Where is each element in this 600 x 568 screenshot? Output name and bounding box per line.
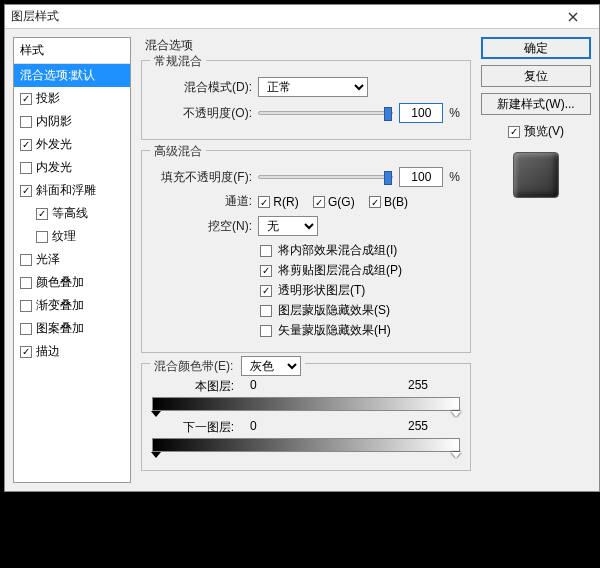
fill-opacity-slider[interactable] <box>258 175 393 179</box>
style-item-12[interactable]: 描边 <box>14 340 130 363</box>
style-item-label: 内发光 <box>36 159 72 176</box>
adv-option-0[interactable]: 将内部效果混合成组(I) <box>260 242 460 259</box>
general-blending-title: 常规混合 <box>150 53 206 70</box>
adv-option-label: 矢量蒙版隐藏效果(H) <box>278 322 391 339</box>
preview-swatch <box>513 152 559 198</box>
new-style-button[interactable]: 新建样式(W)... <box>481 93 591 115</box>
blend-mode-label: 混合模式(D): <box>152 79 252 96</box>
checkbox-icon <box>20 93 32 105</box>
style-item-7[interactable]: 纹理 <box>14 225 130 248</box>
fill-opacity-label: 填充不透明度(F): <box>152 169 252 186</box>
checkbox-icon <box>20 277 32 289</box>
window-title: 图层样式 <box>11 8 59 25</box>
style-item-label: 图案叠加 <box>36 320 84 337</box>
channel-b[interactable]: B(B) <box>369 195 408 209</box>
adv-option-1[interactable]: 将剪贴图层混合成组(P) <box>260 262 460 279</box>
style-item-6[interactable]: 等高线 <box>14 202 130 225</box>
layer-style-dialog: 图层样式 样式 混合选项:默认投影内阴影外发光内发光斜面和浮雕等高线纹理光泽颜色… <box>4 4 600 492</box>
style-item-label: 外发光 <box>36 136 72 153</box>
preview-toggle[interactable]: 预览(V) <box>481 123 591 140</box>
style-item-3[interactable]: 外发光 <box>14 133 130 156</box>
adv-option-4[interactable]: 矢量蒙版隐藏效果(H) <box>260 322 460 339</box>
channel-r[interactable]: R(R) <box>258 195 299 209</box>
checkbox-icon <box>260 245 272 257</box>
checkbox-icon <box>20 300 32 312</box>
checkbox-icon <box>258 196 270 208</box>
channel-g[interactable]: G(G) <box>313 195 355 209</box>
cancel-button[interactable]: 复位 <box>481 65 591 87</box>
style-item-label: 混合选项:默认 <box>20 67 95 84</box>
adv-option-3[interactable]: 图层蒙版隐藏效果(S) <box>260 302 460 319</box>
style-item-5[interactable]: 斜面和浮雕 <box>14 179 130 202</box>
adv-option-label: 透明形状图层(T) <box>278 282 365 299</box>
style-item-4[interactable]: 内发光 <box>14 156 130 179</box>
style-item-label: 渐变叠加 <box>36 297 84 314</box>
checkbox-icon <box>36 231 48 243</box>
black-stop-icon[interactable] <box>151 452 161 458</box>
style-item-2[interactable]: 内阴影 <box>14 110 130 133</box>
style-item-8[interactable]: 光泽 <box>14 248 130 271</box>
opacity-label: 不透明度(O): <box>152 105 252 122</box>
blend-if-group: 混合颜色带(E): 灰色 本图层: 0 255 下一图层: 0 <box>141 363 471 471</box>
style-item-9[interactable]: 颜色叠加 <box>14 271 130 294</box>
this-layer-gradient[interactable] <box>152 397 460 411</box>
style-item-label: 纹理 <box>52 228 76 245</box>
opacity-slider[interactable] <box>258 111 393 115</box>
general-blending-group: 常规混合 混合模式(D): 正常 不透明度(O): % <box>141 60 471 140</box>
knockout-label: 挖空(N): <box>152 218 252 235</box>
blend-if-select[interactable]: 灰色 <box>241 356 301 376</box>
blending-options-title: 混合选项 <box>145 37 473 54</box>
adv-option-label: 图层蒙版隐藏效果(S) <box>278 302 390 319</box>
style-item-label: 描边 <box>36 343 60 360</box>
checkbox-icon <box>260 285 272 297</box>
knockout-select[interactable]: 无 <box>258 216 318 236</box>
white-stop-icon[interactable] <box>451 411 461 417</box>
adv-option-label: 将内部效果混合成组(I) <box>278 242 397 259</box>
checkbox-icon <box>508 126 520 138</box>
slider-thumb[interactable] <box>384 171 392 185</box>
opacity-input[interactable] <box>399 103 443 123</box>
fill-opacity-input[interactable] <box>399 167 443 187</box>
style-item-label: 斜面和浮雕 <box>36 182 96 199</box>
dialog-body: 样式 混合选项:默认投影内阴影外发光内发光斜面和浮雕等高线纹理光泽颜色叠加渐变叠… <box>5 29 599 491</box>
this-layer-label: 本图层: <box>154 378 234 395</box>
percent-label: % <box>449 170 460 184</box>
ok-button[interactable]: 确定 <box>481 37 591 59</box>
slider-thumb[interactable] <box>384 107 392 121</box>
advanced-blending-title: 高级混合 <box>150 143 206 160</box>
underlying-label: 下一图层: <box>154 419 234 436</box>
advanced-blending-group: 高级混合 填充不透明度(F): % 通道: R(R) G(G) B(B) <box>141 150 471 353</box>
checkbox-icon <box>260 305 272 317</box>
style-item-label: 内阴影 <box>36 113 72 130</box>
checkbox-icon <box>20 323 32 335</box>
checkbox-icon <box>20 162 32 174</box>
options-panel: 混合选项 常规混合 混合模式(D): 正常 不透明度(O): % 高级混合 填充… <box>139 37 473 483</box>
checkbox-icon <box>313 196 325 208</box>
style-item-label: 颜色叠加 <box>36 274 84 291</box>
style-item-label: 等高线 <box>52 205 88 222</box>
checkbox-icon <box>20 185 32 197</box>
adv-option-2[interactable]: 透明形状图层(T) <box>260 282 460 299</box>
underlying-gradient[interactable] <box>152 438 460 452</box>
style-item-10[interactable]: 渐变叠加 <box>14 294 130 317</box>
styles-header: 样式 <box>14 38 130 64</box>
checkbox-icon <box>260 325 272 337</box>
style-item-label: 光泽 <box>36 251 60 268</box>
close-button[interactable] <box>553 7 593 27</box>
close-icon <box>568 12 578 22</box>
blend-mode-select[interactable]: 正常 <box>258 77 368 97</box>
style-item-11[interactable]: 图案叠加 <box>14 317 130 340</box>
adv-option-label: 将剪贴图层混合成组(P) <box>278 262 402 279</box>
checkbox-icon <box>20 254 32 266</box>
styles-panel: 样式 混合选项:默认投影内阴影外发光内发光斜面和浮雕等高线纹理光泽颜色叠加渐变叠… <box>13 37 131 483</box>
styles-list: 混合选项:默认投影内阴影外发光内发光斜面和浮雕等高线纹理光泽颜色叠加渐变叠加图案… <box>14 64 130 482</box>
checkbox-icon <box>36 208 48 220</box>
style-item-1[interactable]: 投影 <box>14 87 130 110</box>
black-stop-icon[interactable] <box>151 411 161 417</box>
channels-label: 通道: <box>152 193 252 210</box>
action-panel: 确定 复位 新建样式(W)... 预览(V) <box>481 37 591 483</box>
checkbox-icon <box>369 196 381 208</box>
blend-if-title: 混合颜色带(E): 灰色 <box>150 356 305 376</box>
white-stop-icon[interactable] <box>451 452 461 458</box>
style-item-0[interactable]: 混合选项:默认 <box>14 64 130 87</box>
